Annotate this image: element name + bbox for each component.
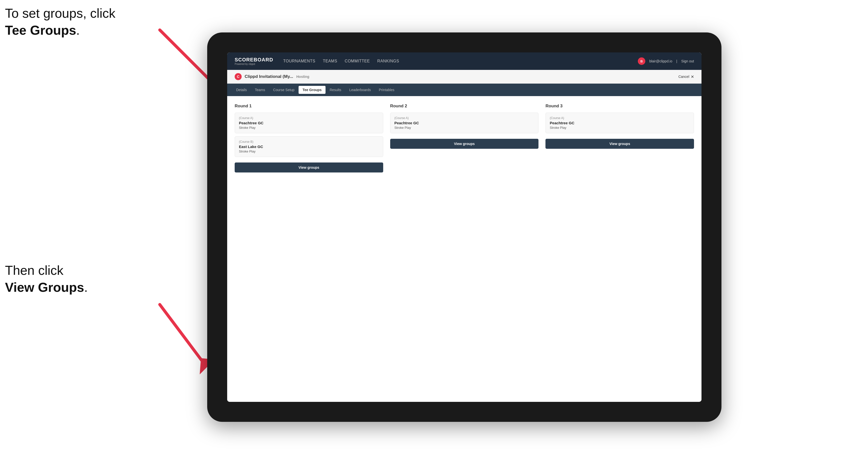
svg-line-2 — [160, 305, 205, 365]
tab-bar: Details Teams Course Setup Tee Groups Re… — [227, 84, 702, 96]
round3-course-a-format: Stroke Play — [550, 126, 690, 129]
tab-tee-groups[interactable]: Tee Groups — [299, 86, 326, 94]
tournament-title: Clippd Invitational (My... Hosting — [245, 74, 678, 79]
tab-results[interactable]: Results — [326, 86, 345, 94]
round-1-title: Round 1 — [235, 103, 383, 108]
tablet-screen: SCOREBOARD Powered by clippd TOURNAMENTS… — [227, 53, 702, 402]
instruction-bottom: Then click View Groups. — [5, 262, 88, 296]
round-2-column: Round 2 (Course A) Peachtree GC Stroke P… — [390, 103, 539, 173]
tab-leaderboards[interactable]: Leaderboards — [345, 86, 375, 94]
nav-teams[interactable]: TEAMS — [323, 58, 337, 64]
course-b-format: Stroke Play — [239, 150, 379, 153]
top-navbar: SCOREBOARD Powered by clippd TOURNAMENTS… — [227, 53, 702, 70]
round-2-course-a-card: (Course A) Peachtree GC Stroke Play — [390, 113, 539, 133]
sub-header: C Clippd Invitational (My... Hosting Can… — [227, 70, 702, 84]
round-3-title: Round 3 — [546, 103, 694, 108]
nav-tournaments[interactable]: TOURNAMENTS — [283, 58, 315, 64]
close-icon: ✕ — [691, 74, 694, 79]
course-b-name: East Lake GC — [239, 145, 379, 149]
tab-printables[interactable]: Printables — [375, 86, 398, 94]
round-3-course-a-card: (Course A) Peachtree GC Stroke Play — [546, 113, 694, 133]
logo-subtext: Powered by clippd — [235, 63, 273, 65]
round-2-title: Round 2 — [390, 103, 539, 108]
round3-course-a-name: Peachtree GC — [550, 121, 690, 125]
course-a-name: Peachtree GC — [239, 121, 379, 125]
round2-course-a-name: Peachtree GC — [395, 121, 534, 125]
logo-text: SCOREBOARD — [235, 57, 273, 63]
nav-committee[interactable]: COMMITTEE — [345, 58, 370, 64]
sign-out-link[interactable]: Sign out — [681, 59, 694, 63]
hosting-label: Hosting — [296, 74, 309, 79]
tab-course-setup[interactable]: Course Setup — [269, 86, 299, 94]
logo-area: SCOREBOARD Powered by clippd — [235, 57, 273, 65]
course-b-label: (Course B) — [239, 140, 379, 144]
round2-course-a-format: Stroke Play — [395, 126, 534, 129]
rounds-container: Round 1 (Course A) Peachtree GC Stroke P… — [235, 103, 694, 173]
course-a-label: (Course A) — [239, 116, 379, 120]
round-1-course-a-card: (Course A) Peachtree GC Stroke Play — [235, 113, 383, 133]
instruction-top-line1: To set groups, click — [5, 6, 115, 21]
tab-teams[interactable]: Teams — [251, 86, 269, 94]
instruction-top-line2: Tee Groups — [5, 23, 76, 37]
round-1-column: Round 1 (Course A) Peachtree GC Stroke P… — [235, 103, 383, 173]
avatar: B — [638, 57, 645, 65]
nav-rankings[interactable]: RANKINGS — [377, 58, 399, 64]
instruction-bottom-line1: Then click — [5, 263, 63, 278]
round-3-column: Round 3 (Course A) Peachtree GC Stroke P… — [546, 103, 694, 173]
round-1-course-b-card: (Course B) East Lake GC Stroke Play — [235, 136, 383, 157]
nav-right: B blair@clippd.io | Sign out — [638, 57, 694, 65]
logo-scoreboard-text: SCOREBOARD — [235, 57, 273, 62]
tablet-device: SCOREBOARD Powered by clippd TOURNAMENTS… — [207, 32, 721, 422]
cancel-button[interactable]: Cancel ✕ — [678, 74, 694, 79]
instruction-bottom-period: . — [84, 280, 88, 294]
view-groups-button-round1[interactable]: View groups — [235, 162, 383, 173]
round2-course-a-label: (Course A) — [395, 116, 534, 120]
user-email: blair@clippd.io — [649, 59, 672, 63]
view-groups-button-round3[interactable]: View groups — [546, 139, 694, 149]
course-a-format: Stroke Play — [239, 126, 379, 129]
tab-details[interactable]: Details — [232, 86, 251, 94]
main-content: Round 1 (Course A) Peachtree GC Stroke P… — [227, 96, 702, 402]
nav-links: TOURNAMENTS TEAMS COMMITTEE RANKINGS — [283, 58, 638, 64]
sub-header-logo: C — [235, 73, 242, 80]
instruction-bottom-line2: View Groups — [5, 280, 84, 294]
round3-course-a-label: (Course A) — [550, 116, 690, 120]
instruction-top-period: . — [76, 23, 80, 37]
view-groups-button-round2[interactable]: View groups — [390, 139, 539, 149]
separator: | — [676, 59, 677, 63]
instruction-top: To set groups, click Tee Groups. — [5, 5, 115, 39]
